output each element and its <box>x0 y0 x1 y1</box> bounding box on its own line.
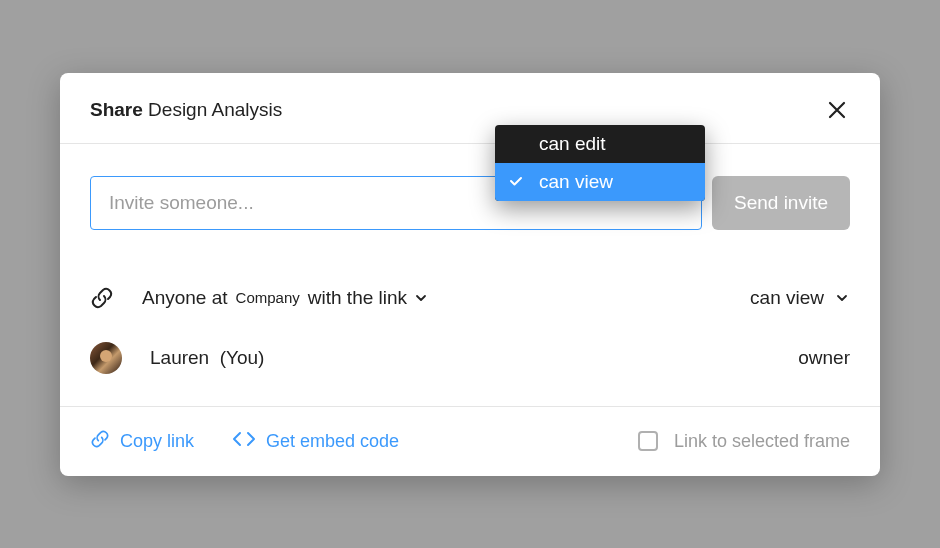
invite-row: Send invite can edit can view <box>90 176 850 230</box>
footer-right: Link to selected frame <box>638 431 850 452</box>
share-modal: Share Design Analysis Send invite can ed… <box>60 73 880 476</box>
modal-footer: Copy link Get embed code Link to selecte… <box>60 406 880 476</box>
chevron-down-icon <box>834 290 850 306</box>
modal-body: Send invite can edit can view <box>60 144 880 406</box>
user-left: Lauren (You) <box>90 342 264 374</box>
dropdown-option-label: can view <box>539 171 613 193</box>
dropdown-option-can-edit[interactable]: can edit <box>495 125 705 163</box>
send-invite-button[interactable]: Send invite <box>712 176 850 230</box>
link-permission-label: can view <box>750 287 824 309</box>
dropdown-option-label: can edit <box>539 133 606 155</box>
user-role: owner <box>798 347 850 369</box>
access-company: Company <box>236 289 300 306</box>
link-access-left: Anyone at Company with the link <box>90 286 429 310</box>
avatar <box>90 342 122 374</box>
user-name-group: Lauren (You) <box>150 347 264 369</box>
selected-frame-label: Link to selected frame <box>674 431 850 452</box>
title-name: Design Analysis <box>148 99 282 120</box>
modal-title: Share Design Analysis <box>90 99 282 121</box>
chevron-down-icon <box>413 290 429 306</box>
dropdown-option-can-view[interactable]: can view <box>495 163 705 201</box>
link-access-row: Anyone at Company with the link can view <box>90 272 850 324</box>
embed-code-label: Get embed code <box>266 431 399 452</box>
access-prefix: Anyone at <box>142 287 228 309</box>
copy-link-button[interactable]: Copy link <box>90 429 194 454</box>
user-name: Lauren <box>150 347 209 368</box>
link-icon <box>90 286 114 310</box>
access-suffix: with the link <box>308 287 407 309</box>
copy-link-label: Copy link <box>120 431 194 452</box>
close-icon <box>827 100 847 120</box>
code-icon <box>232 429 256 454</box>
footer-left: Copy link Get embed code <box>90 429 399 454</box>
user-row: Lauren (You) owner <box>90 324 850 382</box>
link-permission-select[interactable]: can view <box>750 287 850 309</box>
modal-header: Share Design Analysis <box>60 73 880 144</box>
selected-frame-checkbox[interactable] <box>638 431 658 451</box>
embed-code-button[interactable]: Get embed code <box>232 429 399 454</box>
title-prefix: Share <box>90 99 143 120</box>
link-access-scope[interactable]: Anyone at Company with the link <box>142 287 429 309</box>
close-button[interactable] <box>824 97 850 123</box>
link-icon <box>90 429 110 454</box>
check-icon <box>509 171 523 193</box>
user-you-suffix: (You) <box>220 347 265 368</box>
permission-dropdown: can edit can view <box>495 125 705 201</box>
